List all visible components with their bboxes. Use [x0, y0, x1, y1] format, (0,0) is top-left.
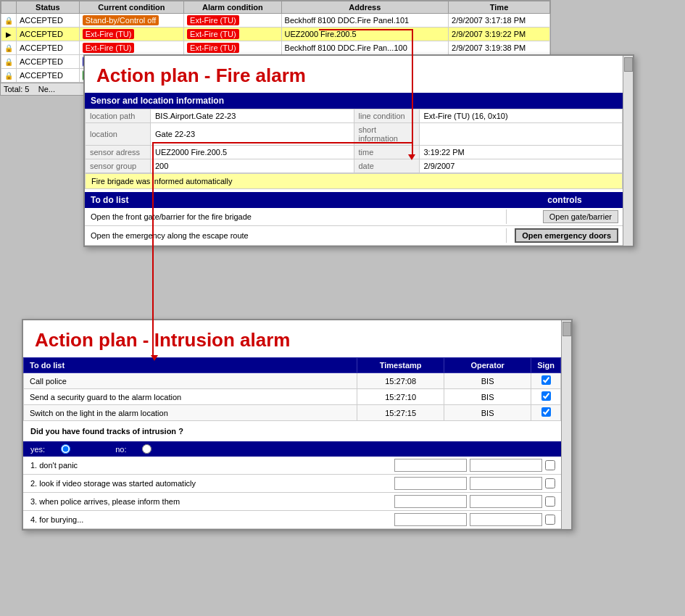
row-icon: 🔒	[1, 14, 17, 28]
red-arrow-h	[319, 29, 413, 30]
sensor-info-table: location path BIS.Airport.Gate 22-23 lin…	[85, 109, 623, 173]
cond-input-2[interactable]	[470, 513, 542, 526]
cond-input-1[interactable]	[394, 459, 467, 472]
sign-checkbox[interactable]	[541, 375, 551, 385]
sign-cell	[531, 405, 561, 421]
conditional-row: 3. when police arrives, please inform th…	[23, 493, 561, 511]
cond-input-1[interactable]	[394, 495, 467, 508]
table-row: location path BIS.Airport.Gate 22-23 lin…	[86, 109, 623, 123]
no-radio[interactable]	[142, 444, 151, 454]
alarm-condition-cell: Ext-Fire (TU)	[184, 14, 282, 28]
cond-checkbox[interactable]	[545, 478, 555, 488]
col-address: Address	[281, 1, 448, 14]
col-alarm: Alarm condition	[184, 1, 282, 14]
cond-input-1[interactable]	[394, 477, 467, 490]
todo-row: Open the front gate/barrier for the fire…	[85, 208, 623, 226]
sensor-section-header: Sensor and location information	[85, 93, 623, 109]
cond-checkbox[interactable]	[545, 460, 555, 470]
todo-text: Open the front gate/barrier for the fire…	[85, 209, 507, 224]
cond-checkbox[interactable]	[545, 515, 555, 525]
sign-checkbox[interactable]	[541, 407, 551, 417]
status-cell: ACCEPTED	[17, 41, 80, 55]
col-icon	[1, 1, 17, 14]
conditional-row: 4. for burying...	[23, 511, 561, 529]
red-arrow-v	[412, 29, 413, 156]
operator-col-header: Operator	[444, 358, 531, 373]
table-row: sensor adress UEZ2000 Fire.200.5 time 3:…	[86, 146, 623, 159]
todo-text: Open the emergency along the escape rout…	[85, 228, 507, 243]
todo-control: Open emergency doors	[507, 226, 623, 245]
fire-notice: Fire brigade was informed automatically	[85, 173, 623, 189]
cond-text: 2. look if video storage was started aut…	[23, 478, 394, 489]
row-icon: ▶	[1, 28, 17, 41]
location-path-value: BIS.Airport.Gate 22-23	[151, 109, 354, 123]
time-value: 3:19:22 PM	[419, 146, 623, 159]
cond-inputs	[394, 495, 561, 508]
fire-alarm-panel: Action plan - Fire alarm Sensor and loca…	[83, 54, 634, 247]
controls-label: controls	[507, 192, 623, 208]
red-arrow2-head	[151, 355, 158, 361]
yes-radio[interactable]	[61, 444, 70, 454]
table-row: 🔒 ACCEPTED Ext-Fire (TU) Ext-Fire (TU) B…	[1, 41, 550, 55]
time-cell: 2/9/2007 3:17:18 PM	[449, 14, 550, 28]
todo-section: To do list controls Open the front gate/…	[85, 192, 623, 246]
total-count: Total: 5	[4, 85, 29, 93]
cond-checkbox[interactable]	[545, 496, 555, 507]
cond-input-2[interactable]	[470, 495, 542, 508]
scrollbar[interactable]	[623, 56, 633, 246]
table-row: ▶ ACCEPTED Ext-Fire (TU) Ext-Fire (TU) U…	[1, 28, 550, 41]
location-label: location	[86, 123, 151, 146]
table-row: 🔒 ACCEPTED Stand-by/Control off Ext-Fire…	[1, 14, 550, 28]
no-label: no:	[115, 445, 126, 454]
todo-text-cell: Send a security guard to the alarm locat…	[24, 389, 357, 405]
sensor-address-label: sensor adress	[86, 146, 151, 159]
time-cell: 2/9/2007 3:19:22 PM	[449, 28, 550, 41]
intrusion-panel-title: Action plan - Intrusion alarm	[23, 320, 561, 357]
yes-label: yes:	[30, 445, 45, 454]
cond-input-2[interactable]	[470, 459, 542, 472]
todo-list-label: To do list	[85, 192, 507, 208]
timestamp-cell: 15:27:10	[357, 389, 444, 405]
conditional-rows: 1. don't panic 2. look if video storage …	[23, 457, 561, 529]
new-count: Ne...	[38, 85, 55, 93]
col-time: Time	[449, 1, 550, 14]
time-cell: 2/9/2007 3:19:38 PM	[449, 41, 550, 55]
todo-row: Open the emergency along the escape rout…	[85, 226, 623, 246]
operator-cell: BIS	[444, 405, 531, 421]
sign-checkbox[interactable]	[541, 391, 551, 401]
fire-panel-title: Action plan - Fire alarm	[85, 56, 623, 93]
address-cell: Beckhoff 8100 DDC.Fire Panel.101	[281, 14, 448, 28]
todo-text-cell: Switch on the light in the alarm locatio…	[24, 405, 357, 421]
col-current: Current condition	[79, 1, 183, 14]
date-label: date	[354, 159, 419, 173]
red-line2-h	[152, 142, 413, 143]
sensor-group-value: 200	[151, 159, 354, 173]
line-condition-value: Ext-Fire (TU) (16, 0x10)	[419, 109, 623, 123]
address-cell: Beckhoff 8100 DDC.Fire Pan...100	[281, 41, 448, 55]
intrusion-todo-table: To do list Timestamp Operator Sign Call …	[23, 357, 561, 421]
todo-col-header: To do list	[24, 358, 357, 373]
cond-input-1[interactable]	[394, 513, 467, 526]
table-row: Send a security guard to the alarm locat…	[24, 389, 561, 405]
todo-control: Open gate/barrier	[507, 208, 623, 225]
cond-text: 4. for burying...	[23, 514, 394, 525]
todo-button[interactable]: Open emergency doors	[515, 228, 618, 243]
status-cell: ACCEPTED	[17, 14, 80, 28]
cond-text: 1. don't panic	[23, 459, 394, 471]
current-condition-cell: Ext-Fire (TU)	[79, 28, 183, 41]
intrusion-alarm-panel: Action plan - Intrusion alarm To do list…	[22, 319, 573, 530]
sign-col-header: Sign	[531, 358, 561, 373]
row-icon: 🔒	[1, 41, 17, 55]
timestamp-col-header: Timestamp	[357, 358, 444, 373]
cond-inputs	[394, 477, 561, 490]
table-row: Switch on the light in the alarm locatio…	[24, 405, 561, 421]
cond-input-2[interactable]	[470, 477, 542, 490]
sensor-address-value: UEZ2000 Fire.200.5	[151, 146, 354, 159]
current-condition-cell: Ext-Fire (TU)	[79, 41, 183, 55]
status-cell: ACCEPTED	[17, 28, 80, 41]
table-row: Call police 15:27:08 BIS	[24, 373, 561, 389]
operator-cell: BIS	[444, 389, 531, 405]
operator-cell: BIS	[444, 373, 531, 389]
todo-button[interactable]: Open gate/barrier	[543, 210, 618, 223]
intrusion-scrollbar[interactable]	[561, 320, 571, 529]
